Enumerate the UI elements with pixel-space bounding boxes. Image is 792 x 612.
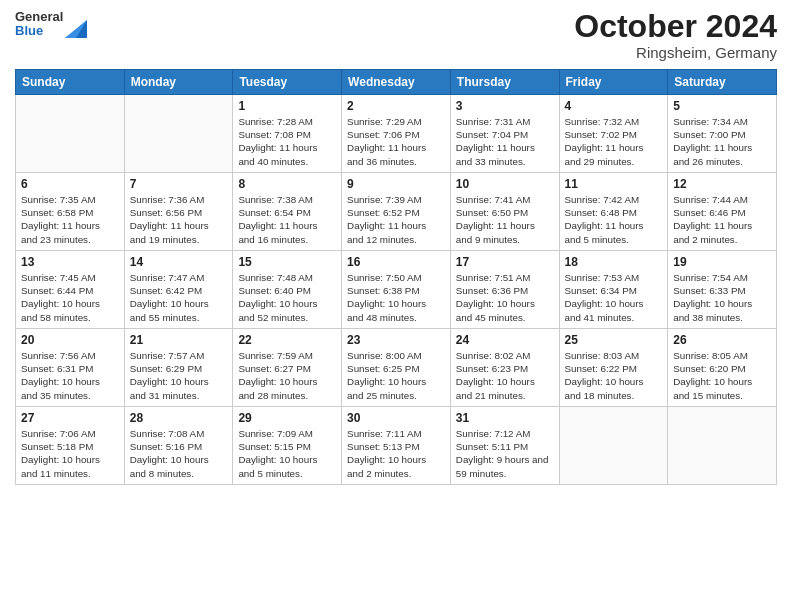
- day-number: 20: [21, 333, 119, 347]
- day-number: 11: [565, 177, 663, 191]
- day-info: Sunrise: 7:51 AM Sunset: 6:36 PM Dayligh…: [456, 271, 554, 324]
- calendar-cell: 3Sunrise: 7:31 AM Sunset: 7:04 PM Daylig…: [450, 95, 559, 173]
- logo-blue: Blue: [15, 24, 63, 38]
- day-info: Sunrise: 7:53 AM Sunset: 6:34 PM Dayligh…: [565, 271, 663, 324]
- logo: General Blue: [15, 10, 87, 39]
- month-title: October 2024: [574, 10, 777, 42]
- day-number: 17: [456, 255, 554, 269]
- day-number: 8: [238, 177, 336, 191]
- day-info: Sunrise: 7:09 AM Sunset: 5:15 PM Dayligh…: [238, 427, 336, 480]
- day-number: 2: [347, 99, 445, 113]
- day-number: 6: [21, 177, 119, 191]
- calendar-cell: 27Sunrise: 7:06 AM Sunset: 5:18 PM Dayli…: [16, 407, 125, 485]
- day-number: 10: [456, 177, 554, 191]
- day-info: Sunrise: 7:34 AM Sunset: 7:00 PM Dayligh…: [673, 115, 771, 168]
- calendar-cell: 24Sunrise: 8:02 AM Sunset: 6:23 PM Dayli…: [450, 329, 559, 407]
- calendar-week-3: 20Sunrise: 7:56 AM Sunset: 6:31 PM Dayli…: [16, 329, 777, 407]
- day-number: 30: [347, 411, 445, 425]
- calendar-cell: 29Sunrise: 7:09 AM Sunset: 5:15 PM Dayli…: [233, 407, 342, 485]
- day-number: 1: [238, 99, 336, 113]
- day-info: Sunrise: 7:32 AM Sunset: 7:02 PM Dayligh…: [565, 115, 663, 168]
- day-info: Sunrise: 7:48 AM Sunset: 6:40 PM Dayligh…: [238, 271, 336, 324]
- calendar-cell: 19Sunrise: 7:54 AM Sunset: 6:33 PM Dayli…: [668, 251, 777, 329]
- calendar-week-2: 13Sunrise: 7:45 AM Sunset: 6:44 PM Dayli…: [16, 251, 777, 329]
- day-info: Sunrise: 7:59 AM Sunset: 6:27 PM Dayligh…: [238, 349, 336, 402]
- calendar-cell: 4Sunrise: 7:32 AM Sunset: 7:02 PM Daylig…: [559, 95, 668, 173]
- day-number: 21: [130, 333, 228, 347]
- calendar-cell: 30Sunrise: 7:11 AM Sunset: 5:13 PM Dayli…: [342, 407, 451, 485]
- day-info: Sunrise: 7:29 AM Sunset: 7:06 PM Dayligh…: [347, 115, 445, 168]
- calendar-header: Sunday Monday Tuesday Wednesday Thursday…: [16, 70, 777, 95]
- day-number: 28: [130, 411, 228, 425]
- day-number: 26: [673, 333, 771, 347]
- calendar-cell: 2Sunrise: 7:29 AM Sunset: 7:06 PM Daylig…: [342, 95, 451, 173]
- calendar-body: 1Sunrise: 7:28 AM Sunset: 7:08 PM Daylig…: [16, 95, 777, 485]
- calendar-cell: 22Sunrise: 7:59 AM Sunset: 6:27 PM Dayli…: [233, 329, 342, 407]
- col-friday: Friday: [559, 70, 668, 95]
- calendar-cell: 21Sunrise: 7:57 AM Sunset: 6:29 PM Dayli…: [124, 329, 233, 407]
- calendar-cell: 5Sunrise: 7:34 AM Sunset: 7:00 PM Daylig…: [668, 95, 777, 173]
- col-wednesday: Wednesday: [342, 70, 451, 95]
- day-number: 27: [21, 411, 119, 425]
- day-info: Sunrise: 7:39 AM Sunset: 6:52 PM Dayligh…: [347, 193, 445, 246]
- calendar-week-4: 27Sunrise: 7:06 AM Sunset: 5:18 PM Dayli…: [16, 407, 777, 485]
- day-info: Sunrise: 7:54 AM Sunset: 6:33 PM Dayligh…: [673, 271, 771, 324]
- day-number: 24: [456, 333, 554, 347]
- day-number: 23: [347, 333, 445, 347]
- logo-icon: [65, 10, 87, 38]
- day-info: Sunrise: 8:03 AM Sunset: 6:22 PM Dayligh…: [565, 349, 663, 402]
- day-number: 15: [238, 255, 336, 269]
- col-thursday: Thursday: [450, 70, 559, 95]
- location: Ringsheim, Germany: [574, 44, 777, 61]
- col-saturday: Saturday: [668, 70, 777, 95]
- day-number: 5: [673, 99, 771, 113]
- calendar-week-1: 6Sunrise: 7:35 AM Sunset: 6:58 PM Daylig…: [16, 173, 777, 251]
- day-number: 9: [347, 177, 445, 191]
- logo-text: General Blue: [15, 10, 63, 39]
- calendar-week-0: 1Sunrise: 7:28 AM Sunset: 7:08 PM Daylig…: [16, 95, 777, 173]
- calendar-cell: [668, 407, 777, 485]
- calendar-table: Sunday Monday Tuesday Wednesday Thursday…: [15, 69, 777, 485]
- day-info: Sunrise: 7:35 AM Sunset: 6:58 PM Dayligh…: [21, 193, 119, 246]
- day-info: Sunrise: 7:50 AM Sunset: 6:38 PM Dayligh…: [347, 271, 445, 324]
- day-info: Sunrise: 7:41 AM Sunset: 6:50 PM Dayligh…: [456, 193, 554, 246]
- calendar-cell: 23Sunrise: 8:00 AM Sunset: 6:25 PM Dayli…: [342, 329, 451, 407]
- calendar-cell: 26Sunrise: 8:05 AM Sunset: 6:20 PM Dayli…: [668, 329, 777, 407]
- day-info: Sunrise: 7:57 AM Sunset: 6:29 PM Dayligh…: [130, 349, 228, 402]
- day-info: Sunrise: 7:06 AM Sunset: 5:18 PM Dayligh…: [21, 427, 119, 480]
- calendar-cell: 15Sunrise: 7:48 AM Sunset: 6:40 PM Dayli…: [233, 251, 342, 329]
- calendar-cell: 31Sunrise: 7:12 AM Sunset: 5:11 PM Dayli…: [450, 407, 559, 485]
- header: General Blue October 2024 Ringsheim, Ger…: [15, 10, 777, 61]
- day-info: Sunrise: 7:36 AM Sunset: 6:56 PM Dayligh…: [130, 193, 228, 246]
- calendar-cell: [559, 407, 668, 485]
- day-number: 12: [673, 177, 771, 191]
- header-row: Sunday Monday Tuesday Wednesday Thursday…: [16, 70, 777, 95]
- day-number: 19: [673, 255, 771, 269]
- day-number: 3: [456, 99, 554, 113]
- calendar-cell: 13Sunrise: 7:45 AM Sunset: 6:44 PM Dayli…: [16, 251, 125, 329]
- calendar-cell: [16, 95, 125, 173]
- logo-general: General: [15, 10, 63, 24]
- day-number: 18: [565, 255, 663, 269]
- day-info: Sunrise: 7:56 AM Sunset: 6:31 PM Dayligh…: [21, 349, 119, 402]
- day-number: 31: [456, 411, 554, 425]
- page: General Blue October 2024 Ringsheim, Ger…: [0, 0, 792, 612]
- calendar-cell: 1Sunrise: 7:28 AM Sunset: 7:08 PM Daylig…: [233, 95, 342, 173]
- calendar-cell: 10Sunrise: 7:41 AM Sunset: 6:50 PM Dayli…: [450, 173, 559, 251]
- day-info: Sunrise: 7:47 AM Sunset: 6:42 PM Dayligh…: [130, 271, 228, 324]
- calendar-cell: 25Sunrise: 8:03 AM Sunset: 6:22 PM Dayli…: [559, 329, 668, 407]
- day-info: Sunrise: 7:45 AM Sunset: 6:44 PM Dayligh…: [21, 271, 119, 324]
- day-number: 7: [130, 177, 228, 191]
- day-info: Sunrise: 8:00 AM Sunset: 6:25 PM Dayligh…: [347, 349, 445, 402]
- day-number: 16: [347, 255, 445, 269]
- calendar-cell: 16Sunrise: 7:50 AM Sunset: 6:38 PM Dayli…: [342, 251, 451, 329]
- calendar-cell: 6Sunrise: 7:35 AM Sunset: 6:58 PM Daylig…: [16, 173, 125, 251]
- col-monday: Monday: [124, 70, 233, 95]
- day-info: Sunrise: 7:38 AM Sunset: 6:54 PM Dayligh…: [238, 193, 336, 246]
- calendar-cell: 20Sunrise: 7:56 AM Sunset: 6:31 PM Dayli…: [16, 329, 125, 407]
- calendar-cell: 9Sunrise: 7:39 AM Sunset: 6:52 PM Daylig…: [342, 173, 451, 251]
- day-number: 4: [565, 99, 663, 113]
- calendar-cell: 11Sunrise: 7:42 AM Sunset: 6:48 PM Dayli…: [559, 173, 668, 251]
- day-info: Sunrise: 7:11 AM Sunset: 5:13 PM Dayligh…: [347, 427, 445, 480]
- day-info: Sunrise: 7:44 AM Sunset: 6:46 PM Dayligh…: [673, 193, 771, 246]
